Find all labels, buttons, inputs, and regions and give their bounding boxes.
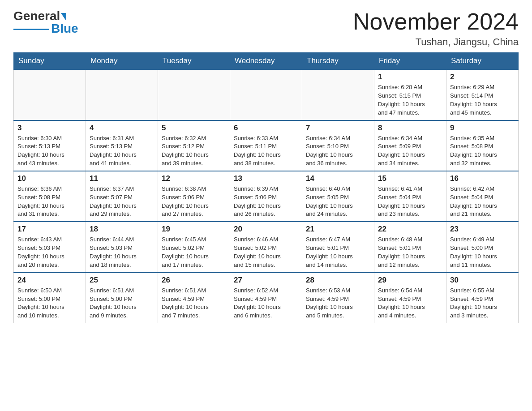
day-info: Sunrise: 6:46 AM Sunset: 5:02 PM Dayligh… [234, 235, 298, 269]
day-info: Sunrise: 6:39 AM Sunset: 5:06 PM Dayligh… [234, 185, 298, 218]
day-info: Sunrise: 6:43 AM Sunset: 5:03 PM Dayligh… [17, 235, 82, 269]
day-number: 15 [378, 174, 442, 183]
day-info: Sunrise: 6:54 AM Sunset: 4:59 PM Dayligh… [378, 287, 442, 320]
day-number: 21 [306, 225, 370, 234]
day-number: 27 [234, 276, 298, 285]
calendar-cell: 28Sunrise: 6:53 AM Sunset: 4:59 PM Dayli… [302, 273, 374, 323]
day-number: 2 [450, 73, 515, 81]
day-number: 6 [234, 124, 298, 133]
day-info: Sunrise: 6:37 AM Sunset: 5:07 PM Dayligh… [90, 185, 154, 218]
day-number: 14 [306, 174, 370, 183]
calendar-cell: 26Sunrise: 6:51 AM Sunset: 4:59 PM Dayli… [158, 273, 230, 323]
day-info: Sunrise: 6:55 AM Sunset: 4:59 PM Dayligh… [450, 287, 515, 320]
day-number: 10 [17, 174, 82, 183]
day-number: 18 [90, 225, 154, 234]
calendar-cell: 3Sunrise: 6:30 AM Sunset: 5:13 PM Daylig… [14, 120, 86, 171]
day-info: Sunrise: 6:44 AM Sunset: 5:03 PM Dayligh… [90, 235, 154, 269]
day-info: Sunrise: 6:28 AM Sunset: 5:15 PM Dayligh… [378, 83, 442, 117]
day-number: 1 [378, 73, 442, 81]
calendar-header-wednesday: Wednesday [230, 53, 302, 70]
calendar-cell: 6Sunrise: 6:33 AM Sunset: 5:11 PM Daylig… [230, 120, 302, 171]
calendar-cell: 16Sunrise: 6:42 AM Sunset: 5:04 PM Dayli… [446, 171, 519, 222]
calendar-cell: 19Sunrise: 6:45 AM Sunset: 5:02 PM Dayli… [158, 222, 230, 272]
calendar-cell [14, 69, 86, 120]
day-number: 23 [450, 225, 515, 234]
day-number: 29 [378, 276, 442, 285]
day-number: 9 [450, 124, 515, 133]
day-info: Sunrise: 6:41 AM Sunset: 5:04 PM Dayligh… [378, 185, 442, 218]
day-info: Sunrise: 6:38 AM Sunset: 5:06 PM Dayligh… [162, 185, 226, 218]
day-number: 22 [378, 225, 442, 234]
day-number: 25 [90, 276, 154, 285]
day-number: 3 [17, 124, 82, 133]
calendar-cell: 30Sunrise: 6:55 AM Sunset: 4:59 PM Dayli… [446, 273, 519, 323]
calendar-cell: 29Sunrise: 6:54 AM Sunset: 4:59 PM Dayli… [374, 273, 446, 323]
calendar-cell: 11Sunrise: 6:37 AM Sunset: 5:07 PM Dayli… [86, 171, 158, 222]
day-number: 8 [378, 124, 442, 133]
calendar-week-row-5: 24Sunrise: 6:50 AM Sunset: 5:00 PM Dayli… [14, 273, 519, 323]
day-info: Sunrise: 6:51 AM Sunset: 4:59 PM Dayligh… [162, 287, 226, 320]
calendar-cell: 15Sunrise: 6:41 AM Sunset: 5:04 PM Dayli… [374, 171, 446, 222]
day-number: 4 [90, 124, 154, 133]
calendar-header-saturday: Saturday [446, 53, 519, 70]
calendar-cell: 5Sunrise: 6:32 AM Sunset: 5:12 PM Daylig… [158, 120, 230, 171]
day-info: Sunrise: 6:50 AM Sunset: 5:00 PM Dayligh… [17, 287, 82, 320]
calendar-cell: 12Sunrise: 6:38 AM Sunset: 5:06 PM Dayli… [158, 171, 230, 222]
day-number: 13 [234, 174, 298, 183]
calendar-cell: 20Sunrise: 6:46 AM Sunset: 5:02 PM Dayli… [230, 222, 302, 272]
day-number: 12 [162, 174, 226, 183]
day-info: Sunrise: 6:33 AM Sunset: 5:11 PM Dayligh… [234, 134, 298, 168]
day-number: 7 [306, 124, 370, 133]
calendar-cell: 22Sunrise: 6:48 AM Sunset: 5:01 PM Dayli… [374, 222, 446, 272]
calendar-header-sunday: Sunday [14, 53, 86, 70]
day-info: Sunrise: 6:36 AM Sunset: 5:08 PM Dayligh… [17, 185, 82, 218]
calendar-cell: 1Sunrise: 6:28 AM Sunset: 5:15 PM Daylig… [374, 69, 446, 120]
calendar-cell: 7Sunrise: 6:34 AM Sunset: 5:10 PM Daylig… [302, 120, 374, 171]
day-number: 16 [450, 174, 515, 183]
day-number: 17 [17, 225, 82, 234]
calendar-cell [158, 69, 230, 120]
day-number: 19 [162, 225, 226, 234]
day-info: Sunrise: 6:34 AM Sunset: 5:09 PM Dayligh… [378, 134, 442, 168]
calendar-cell: 23Sunrise: 6:49 AM Sunset: 5:00 PM Dayli… [446, 222, 519, 272]
day-number: 5 [162, 124, 226, 133]
calendar-cell: 17Sunrise: 6:43 AM Sunset: 5:03 PM Dayli… [14, 222, 86, 272]
day-number: 26 [162, 276, 226, 285]
day-number: 20 [234, 225, 298, 234]
calendar-cell: 25Sunrise: 6:51 AM Sunset: 5:00 PM Dayli… [86, 273, 158, 323]
calendar-week-row-1: 1Sunrise: 6:28 AM Sunset: 5:15 PM Daylig… [14, 69, 519, 120]
calendar-cell: 27Sunrise: 6:52 AM Sunset: 4:59 PM Dayli… [230, 273, 302, 323]
calendar-week-row-3: 10Sunrise: 6:36 AM Sunset: 5:08 PM Dayli… [14, 171, 519, 222]
calendar-cell [86, 69, 158, 120]
day-info: Sunrise: 6:48 AM Sunset: 5:01 PM Dayligh… [378, 235, 442, 269]
calendar-cell: 2Sunrise: 6:29 AM Sunset: 5:14 PM Daylig… [446, 69, 519, 120]
calendar-cell: 21Sunrise: 6:47 AM Sunset: 5:01 PM Dayli… [302, 222, 374, 272]
day-info: Sunrise: 6:29 AM Sunset: 5:14 PM Dayligh… [450, 83, 515, 117]
month-title: November 2024 [353, 9, 519, 34]
logo-triangle-icon [61, 13, 66, 21]
day-number: 11 [90, 174, 154, 183]
calendar-cell: 8Sunrise: 6:34 AM Sunset: 5:09 PM Daylig… [374, 120, 446, 171]
calendar-header-monday: Monday [86, 53, 158, 70]
day-info: Sunrise: 6:47 AM Sunset: 5:01 PM Dayligh… [306, 235, 370, 269]
day-info: Sunrise: 6:45 AM Sunset: 5:02 PM Dayligh… [162, 235, 226, 269]
calendar-header-tuesday: Tuesday [158, 53, 230, 70]
day-number: 30 [450, 276, 515, 285]
day-info: Sunrise: 6:32 AM Sunset: 5:12 PM Dayligh… [162, 134, 226, 168]
logo-underline [13, 29, 49, 30]
logo-blue-text: Blue [51, 21, 78, 36]
calendar-table: SundayMondayTuesdayWednesdayThursdayFrid… [13, 52, 519, 323]
calendar-cell: 4Sunrise: 6:31 AM Sunset: 5:13 PM Daylig… [86, 120, 158, 171]
day-info: Sunrise: 6:31 AM Sunset: 5:13 PM Dayligh… [90, 134, 154, 168]
day-info: Sunrise: 6:53 AM Sunset: 4:59 PM Dayligh… [306, 287, 370, 320]
calendar-week-row-2: 3Sunrise: 6:30 AM Sunset: 5:13 PM Daylig… [14, 120, 519, 171]
calendar-cell: 10Sunrise: 6:36 AM Sunset: 5:08 PM Dayli… [14, 171, 86, 222]
calendar-cell: 18Sunrise: 6:44 AM Sunset: 5:03 PM Dayli… [86, 222, 158, 272]
logo: General Blue [13, 9, 78, 36]
day-info: Sunrise: 6:34 AM Sunset: 5:10 PM Dayligh… [306, 134, 370, 168]
day-number: 24 [17, 276, 82, 285]
day-info: Sunrise: 6:52 AM Sunset: 4:59 PM Dayligh… [234, 287, 298, 320]
calendar-cell: 24Sunrise: 6:50 AM Sunset: 5:00 PM Dayli… [14, 273, 86, 323]
day-info: Sunrise: 6:40 AM Sunset: 5:05 PM Dayligh… [306, 185, 370, 218]
day-info: Sunrise: 6:35 AM Sunset: 5:08 PM Dayligh… [450, 134, 515, 168]
